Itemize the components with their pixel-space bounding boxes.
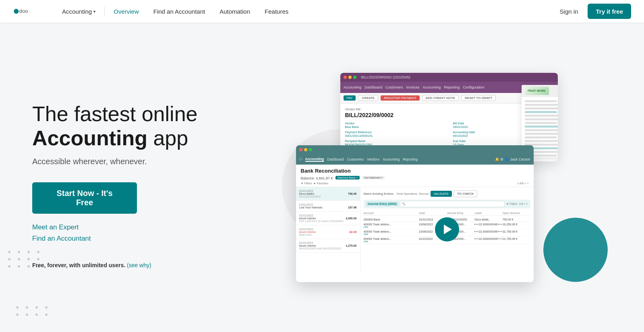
mock-topbar: BILL/2022/09/0002 (2022/545)	[340, 73, 558, 82]
mock-br-title: Bank Reconciliation	[301, 168, 529, 174]
mock-br-row[interactable]: 01/01/2022 Deco Addict 750.00 INV/2022/0…	[296, 187, 360, 201]
screenshots-container: BILL/2022/09/0002 (2022/545) Accounting …	[296, 73, 558, 282]
close-dot-2	[299, 148, 302, 151]
mock-credit-btn[interactable]: ADD CREDIT NOTE	[422, 95, 459, 101]
close-dot	[344, 76, 347, 79]
mock-br-detail: Match Existing Entries Final Operations …	[360, 187, 534, 272]
nav-item-overview[interactable]: Overview	[106, 0, 146, 23]
nav-item-features[interactable]: Features	[257, 0, 296, 23]
mock-br-balance: Balance: 4,841.87 €	[301, 176, 333, 180]
mock-br-row[interactable]: 01/01/2022 Azure Interior 1,275.00 INV/2…	[296, 239, 360, 253]
mock-nav-2: ⬡ Accounting Dashboard Customers Vendors…	[296, 154, 534, 165]
mock-br-row[interactable]: 01/01/2022 Azure Interior -82.08 Bank Fe…	[296, 225, 360, 239]
chevron-down-icon: ▾	[93, 9, 95, 14]
mock-register-btn[interactable]: REGISTER PAYMENT	[381, 95, 420, 101]
mock-reset-btn[interactable]: RESET TO DRAFT	[461, 95, 496, 101]
mock-vendor-field: Vendor Blue Bank	[345, 122, 445, 129]
mock-br-header: Bank Reconciliation Balance: 4,841.87 € …	[296, 165, 534, 187]
deco-teal-arc	[543, 218, 608, 282]
hero-secondary-links: Meet an Expert Find an Accountant	[32, 223, 226, 243]
mock-create-btn[interactable]: CREATE	[358, 95, 378, 101]
mock-topbar-2	[296, 145, 534, 154]
mock-validate-btn[interactable]: VALIDATE	[431, 191, 452, 197]
nav-divider	[104, 6, 105, 16]
not-matched-filter[interactable]: Not Matched ×	[362, 176, 385, 179]
bank-reconciliation-mockup: ⬡ Accounting Dashboard Customers Vendors…	[296, 145, 534, 282]
mock-br-transactions: 01/01/2022 Deco Addict 750.00 INV/2022/0…	[296, 187, 360, 272]
matched-filter[interactable]: Matched Bank ×	[335, 176, 360, 179]
signin-button[interactable]: Sign in	[555, 4, 583, 19]
nav-item-automation[interactable]: Automation	[212, 0, 257, 23]
hero-footnote: Free, forever, with unlimited users. (se…	[32, 262, 226, 268]
mock-payment-ref-field: Payment Reference 0201/202110934151	[345, 130, 445, 138]
try-free-button[interactable]: Try it free	[588, 4, 631, 19]
mock-tocheck-btn[interactable]: TO CHECK	[453, 190, 477, 197]
hero-section: The fastest online Accounting app Access…	[0, 23, 644, 332]
mock-pay-btn[interactable]: PAY	[344, 95, 356, 101]
logo[interactable]: doo	[13, 6, 42, 17]
hero-content: The fastest online Accounting app Access…	[32, 86, 226, 268]
dots-decoration-bottom	[16, 306, 50, 316]
nav-item-find-accountant[interactable]: Find an Accountant	[146, 0, 212, 23]
invoice-logo: FRUIT WORK	[525, 87, 549, 95]
meet-expert-link[interactable]: Meet an Expert	[32, 223, 226, 231]
mock-search-input[interactable]	[400, 201, 505, 207]
mock-journal-filter: Journal Entry (2000) ▼ Filters 1/3 < >	[364, 200, 530, 208]
mock-br-row[interactable]: 01/01/2022 Azure Interior 2,000.00 First…	[296, 212, 360, 225]
nav-item-accounting[interactable]: Accounting ▾	[55, 0, 103, 23]
see-why-link[interactable]: (see why)	[125, 262, 151, 268]
maximize-dot-2	[309, 148, 312, 151]
mock-br-list: 01/01/2022 Deco Addict 750.00 INV/2022/0…	[296, 187, 534, 272]
nav-links: Accounting ▾ Overview Find an Accountant…	[55, 0, 555, 23]
mock-br-row[interactable]: 01/01/2022 Lost Your Interests 187.98	[296, 201, 360, 212]
nav-right: Sign in Try it free	[555, 4, 631, 19]
hero-subtitle: Accessible wherever, whenever.	[32, 157, 226, 166]
minimize-dot	[348, 76, 352, 79]
mock-table-header: Account Date Journal Entry Label Open Am…	[364, 211, 530, 216]
svg-text:doo: doo	[19, 8, 28, 14]
hero-title: The fastest online Accounting app	[32, 102, 226, 151]
odoo-logo-svg: doo	[13, 6, 42, 17]
play-triangle-icon	[444, 225, 452, 234]
main-nav: doo Accounting ▾ Overview Find an Accoun…	[0, 0, 644, 23]
minimize-dot-2	[304, 148, 307, 151]
start-now-button[interactable]: Start Now - It's Free	[32, 182, 137, 214]
play-button[interactable]	[435, 217, 459, 241]
find-accountant-link[interactable]: Find an Accountant	[32, 235, 226, 243]
svg-point-0	[14, 9, 19, 14]
maximize-dot	[353, 76, 356, 79]
hero-visual: BILL/2022/09/0002 (2022/545) Accounting …	[242, 73, 612, 282]
mock-br-actions: Match Existing Entries Final Operations …	[364, 190, 530, 197]
mock-topbar-text: BILL/2022/09/0002 (2022/545)	[361, 75, 410, 79]
